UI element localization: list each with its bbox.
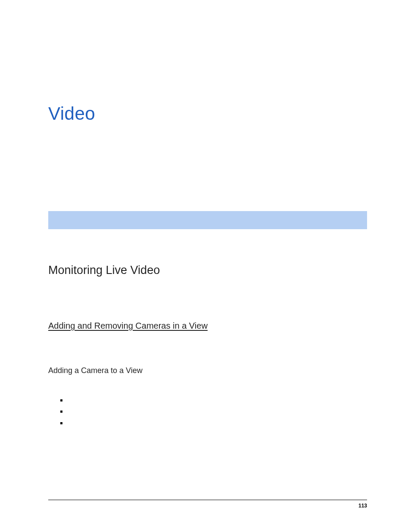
section-intro-text bbox=[48, 286, 367, 295]
list-item bbox=[60, 396, 367, 404]
subheading-intro-text bbox=[48, 381, 367, 389]
list-item bbox=[60, 408, 367, 416]
bullet-list bbox=[60, 396, 367, 431]
list-item bbox=[60, 420, 367, 428]
subsection-title: Adding and Removing Cameras in a View bbox=[48, 321, 208, 331]
chapter-title: Video bbox=[48, 103, 95, 124]
section-band bbox=[48, 211, 367, 229]
subsection-intro-text bbox=[48, 340, 367, 348]
document-page: Video Monitoring Live Video Adding and R… bbox=[0, 0, 411, 532]
footer-rule bbox=[48, 500, 367, 500]
page-footer: 113 bbox=[48, 500, 367, 509]
subheading: Adding a Camera to a View bbox=[48, 366, 143, 375]
section-title: Monitoring Live Video bbox=[48, 264, 160, 277]
page-number: 113 bbox=[48, 503, 367, 509]
trailing-paragraph bbox=[48, 445, 367, 453]
